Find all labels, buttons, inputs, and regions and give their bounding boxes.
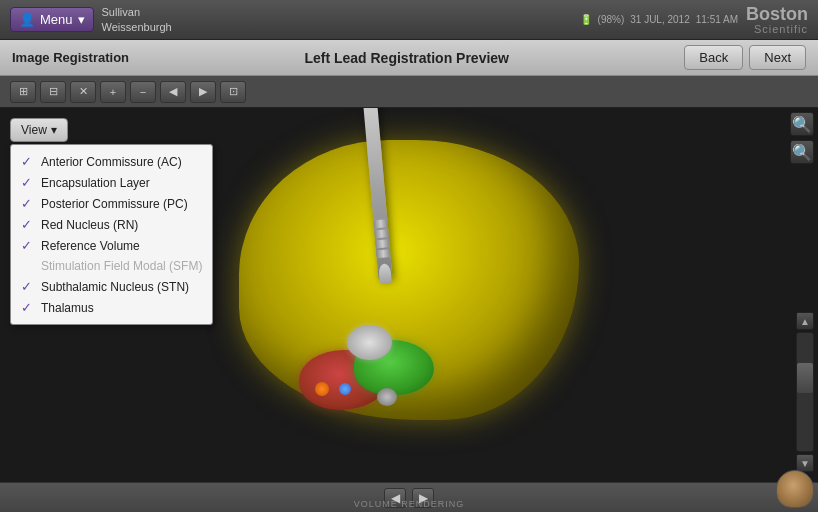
battery-icon: 🔋 [580, 14, 592, 25]
section-title: Image Registration [12, 50, 129, 65]
header-right: 🔋 (98%) 31 JUL, 2012 11:51 AM Boston Sci… [580, 5, 808, 35]
orange-dot [315, 382, 329, 396]
header-time: 11:51 AM [696, 14, 738, 25]
view-item-thalamus[interactable]: ✓ Thalamus [11, 297, 212, 318]
logo-sub: Scientific [754, 23, 808, 35]
view-item-thalamus-label: Thalamus [41, 301, 94, 315]
check-encap-icon: ✓ [21, 175, 35, 190]
view-item-rn-label: Red Nucleus (RN) [41, 218, 138, 232]
scroll-track [796, 332, 814, 452]
view-dropdown: View ▾ ✓ Anterior Commissure (AC) ✓ Enca… [10, 118, 213, 325]
volume-label: VOLUME RENDERING [354, 499, 465, 509]
check-pc-icon: ✓ [21, 196, 35, 211]
back-button[interactable]: Back [684, 45, 743, 70]
check-stn-icon: ✓ [21, 279, 35, 294]
check-thalamus-icon: ✓ [21, 300, 35, 315]
view-chevron-icon: ▾ [51, 123, 57, 137]
header: 👤 Menu ▾ Sullivan Weissenburgh 🔋 (98%) 3… [0, 0, 818, 40]
scroll-down-button[interactable]: ▼ [796, 454, 814, 472]
view-item-stn-label: Subthalamic Nucleus (STN) [41, 280, 189, 294]
view-item-ac-label: Anterior Commissure (AC) [41, 155, 182, 169]
view-item-sfm-label: Stimulation Field Modal (SFM) [41, 259, 202, 273]
brain-container [159, 120, 659, 470]
toolbar-btn-4[interactable]: + [100, 81, 126, 103]
user-first-name: Sullivan [102, 5, 172, 19]
user-last-name: Weissenburgh [102, 20, 172, 34]
viewport: View ▾ ✓ Anterior Commissure (AC) ✓ Enca… [0, 108, 818, 512]
scroll-thumb [797, 363, 813, 393]
nav-buttons: Back Next [684, 45, 806, 70]
nav-bar: Image Registration Left Lead Registratio… [0, 40, 818, 76]
header-date: 31 JUL, 2012 [630, 14, 690, 25]
chevron-down-icon: ▾ [78, 12, 85, 27]
view-menu: ✓ Anterior Commissure (AC) ✓ Encapsulati… [10, 144, 213, 325]
view-item-refvol-label: Reference Volume [41, 239, 140, 253]
main-area: View ▾ ✓ Anterior Commissure (AC) ✓ Enca… [0, 108, 818, 512]
user-info: Sullivan Weissenburgh [102, 5, 172, 34]
toolbar-btn-5[interactable]: − [130, 81, 156, 103]
head-avatar [776, 470, 814, 508]
next-button[interactable]: Next [749, 45, 806, 70]
menu-button[interactable]: 👤 Menu ▾ [10, 7, 94, 32]
view-item-rn[interactable]: ✓ Red Nucleus (RN) [11, 214, 212, 235]
menu-label: Menu [40, 12, 73, 27]
person-icon: 👤 [19, 12, 35, 27]
view-item-encap-label: Encapsulation Layer [41, 176, 150, 190]
view-item-ac[interactable]: ✓ Anterior Commissure (AC) [11, 151, 212, 172]
check-refvol-icon: ✓ [21, 238, 35, 253]
zoom-in-button[interactable]: 🔍 [790, 112, 814, 136]
toolbar-btn-7[interactable]: ▶ [190, 81, 216, 103]
view-item-stn[interactable]: ✓ Subthalamic Nucleus (STN) [11, 276, 212, 297]
probe-tip [378, 263, 392, 284]
view-item-refvol[interactable]: ✓ Reference Volume [11, 235, 212, 256]
scroll-up-button[interactable]: ▲ [796, 312, 814, 330]
view-button[interactable]: View ▾ [10, 118, 68, 142]
view-button-label: View [21, 123, 47, 137]
toolbar-btn-3[interactable]: ✕ [70, 81, 96, 103]
right-scroll: ▲ ▼ [796, 312, 814, 472]
view-item-sfm: Stimulation Field Modal (SFM) [11, 256, 212, 276]
center-title: Left Lead Registration Preview [149, 50, 664, 66]
blue-dot [339, 383, 351, 395]
view-item-pc-label: Posterior Commissure (PC) [41, 197, 188, 211]
toolbar-btn-6[interactable]: ◀ [160, 81, 186, 103]
zoom-out-button[interactable]: 🔍 [790, 140, 814, 164]
boston-scientific-logo: Boston Scientific [746, 5, 808, 35]
white-structure [347, 325, 392, 360]
small-gray-structure [377, 388, 397, 406]
header-left: 👤 Menu ▾ Sullivan Weissenburgh [10, 5, 172, 34]
toolbar: ⊞ ⊟ ✕ + − ◀ ▶ ⊡ [0, 76, 818, 108]
toolbar-btn-8[interactable]: ⊡ [220, 81, 246, 103]
right-controls: 🔍 🔍 [790, 112, 814, 164]
check-ac-icon: ✓ [21, 154, 35, 169]
bottom-bar: ◀ ▶ VOLUME RENDERING [0, 482, 818, 512]
check-rn-icon: ✓ [21, 217, 35, 232]
view-item-pc[interactable]: ✓ Posterior Commissure (PC) [11, 193, 212, 214]
battery-info: 🔋 (98%) 31 JUL, 2012 11:51 AM [580, 14, 738, 25]
toolbar-btn-1[interactable]: ⊞ [10, 81, 36, 103]
logo-brand: Boston [746, 5, 808, 23]
battery-percent: (98%) [598, 14, 625, 25]
toolbar-btn-2[interactable]: ⊟ [40, 81, 66, 103]
view-item-encap[interactable]: ✓ Encapsulation Layer [11, 172, 212, 193]
